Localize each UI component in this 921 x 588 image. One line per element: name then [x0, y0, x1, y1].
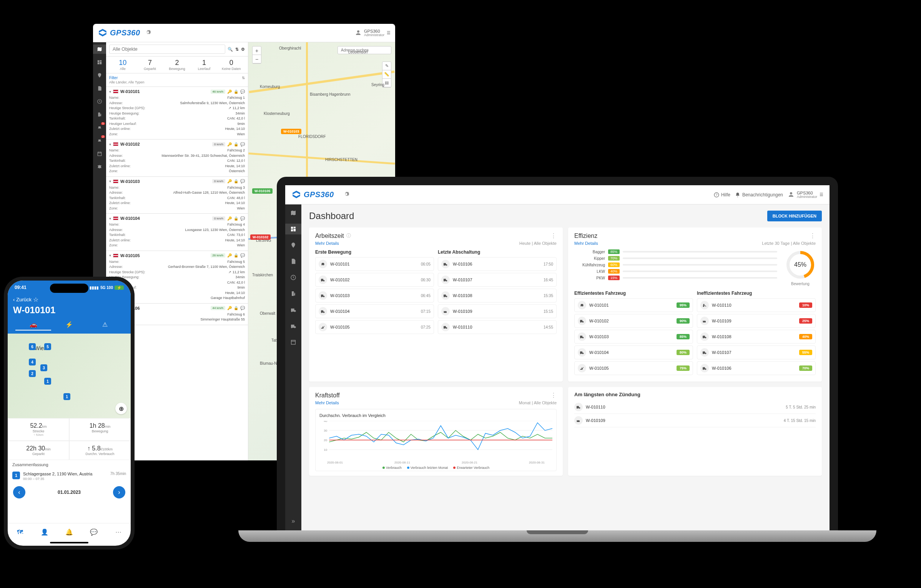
sidebar-location-icon[interactable]: [95, 71, 104, 80]
chevron-down-icon[interactable]: ▾: [109, 216, 111, 221]
sidebar-alerts-1-icon[interactable]: 5: [95, 123, 104, 132]
recenter-button[interactable]: ⊕: [115, 403, 127, 414]
sidebar-truck-icon[interactable]: [288, 321, 299, 331]
chevron-down-icon[interactable]: ▾: [109, 90, 111, 94]
sidebar-alerts-2-icon[interactable]: 2: [95, 136, 104, 145]
hamburger-icon[interactable]: ☰: [820, 192, 823, 197]
more-details-link[interactable]: Mehr Details: [574, 241, 598, 246]
map-pin[interactable]: 2: [29, 370, 36, 377]
next-date-button[interactable]: ›: [113, 486, 125, 498]
panel-menu-icon[interactable]: ⋮: [810, 232, 816, 239]
nav-user-icon[interactable]: 👤: [32, 528, 57, 536]
map-pin[interactable]: 4: [29, 359, 36, 365]
list-item[interactable]: W-010106 17:50: [438, 257, 557, 271]
tab-nodata[interactable]: 0Keine Daten: [218, 59, 245, 71]
sidebar-calendar-icon[interactable]: [95, 149, 104, 158]
map-pin[interactable]: W-010103: [281, 129, 301, 134]
vehicle-card[interactable]: ▾ W-010104 0 km/h 🔑 🔒 💬 Name:Fahrzeug 4 …: [106, 214, 248, 251]
list-item[interactable]: W-010107 16:45: [438, 273, 557, 287]
back-button[interactable]: ‹Zurück☆: [13, 296, 125, 303]
map-pin[interactable]: 6: [29, 343, 36, 350]
panel-filter[interactable]: Monat | Alle Objekte: [519, 400, 557, 405]
map-pin[interactable]: 1: [44, 378, 51, 385]
list-item[interactable]: W-010105 75%: [574, 361, 693, 375]
user-menu[interactable]: GPS360 Administrator ☰: [355, 29, 391, 37]
list-item[interactable]: W-010108 15:35: [438, 289, 557, 302]
add-block-button[interactable]: BLOCK HINZUFÜGEN: [767, 211, 822, 221]
sidebar-fuel-icon[interactable]: [95, 110, 104, 119]
settings-icon[interactable]: [343, 191, 349, 199]
list-item[interactable]: W-010110 14:55: [438, 320, 557, 334]
list-item[interactable]: W-010104 07:15: [315, 304, 434, 318]
vehicle-card[interactable]: ▾ W-010103 0 km/h 🔑 🔒 💬 Name:Fahrzeug 3 …: [106, 177, 248, 214]
chevron-down-icon[interactable]: ▾: [109, 253, 111, 257]
chevron-down-icon[interactable]: ▾: [109, 142, 111, 146]
search-icon[interactable]: 🔍: [228, 47, 233, 52]
panel-filter[interactable]: Letzte 30 Tage | Alle Objekte: [762, 241, 816, 246]
vehicle-search-input[interactable]: [109, 45, 225, 54]
more-details-link[interactable]: Mehr Details: [315, 241, 339, 246]
chat-icon[interactable]: 💬: [240, 90, 245, 94]
list-item[interactable]: W-010104 80%: [574, 345, 693, 359]
sidebar-dashboard-icon[interactable]: [95, 58, 104, 67]
list-item[interactable]: W-010101 06:05: [315, 257, 434, 271]
list-item[interactable]: W-010102 90%: [574, 314, 693, 328]
panel-menu-icon[interactable]: ⋮: [550, 232, 557, 239]
home-indicator[interactable]: [50, 542, 88, 543]
prev-date-button[interactable]: ‹: [13, 486, 25, 498]
sidebar-reports-icon[interactable]: [95, 84, 104, 93]
sidebar-map-icon[interactable]: [288, 208, 299, 218]
tab-all[interactable]: 10Alle: [109, 59, 136, 71]
chevron-down-icon[interactable]: ▾: [109, 179, 111, 183]
tab-vehicle-icon[interactable]: 🚗: [15, 319, 51, 331]
list-item[interactable]: W-010105 07:25: [315, 320, 434, 334]
list-item[interactable]: W-010109 15:15: [438, 304, 557, 318]
list-item[interactable]: W-010101 95%: [574, 298, 693, 312]
list-item[interactable]: W-010110 5 T. 5 Std. 25 min: [574, 400, 816, 414]
vehicle-card[interactable]: ▾ W-010102 0 km/h 🔑 🔒 💬 Name:Fahrzeug 2 …: [106, 140, 248, 177]
map-pin[interactable]: 1: [63, 393, 70, 400]
map-ruler-icon[interactable]: 📏: [382, 70, 391, 79]
filter-icon[interactable]: ⇅: [235, 47, 239, 52]
map-pin[interactable]: 3: [40, 364, 47, 371]
nav-chat-icon[interactable]: 💬: [81, 528, 106, 536]
list-settings-icon[interactable]: ⚙: [241, 47, 245, 52]
settings-icon[interactable]: [145, 29, 151, 37]
sidebar-location-icon[interactable]: [288, 240, 299, 251]
phone-map[interactable]: Wien 6 5 4 3 2 1 1 ⊕: [8, 334, 131, 418]
sidebar-fleet-icon[interactable]: [288, 304, 299, 315]
tab-route-icon[interactable]: ⚡: [51, 319, 87, 331]
zoom-in-button[interactable]: +: [253, 47, 261, 55]
notifications-link[interactable]: Benachrichtigungen: [735, 192, 783, 198]
list-item[interactable]: W-010102 06:30: [315, 273, 434, 287]
map-pin[interactable]: 5: [44, 343, 51, 350]
list-item[interactable]: W-010107 55%: [697, 345, 816, 359]
tab-parked[interactable]: 7Geparkt: [136, 59, 164, 71]
nav-map-icon[interactable]: 🗺: [8, 529, 32, 536]
list-item[interactable]: W-010108 40%: [697, 330, 816, 344]
hamburger-icon[interactable]: ☰: [387, 30, 391, 35]
sidebar-clock-icon[interactable]: [95, 97, 104, 106]
list-item[interactable]: W-010103 06:45: [315, 289, 434, 302]
sidebar-reports-icon[interactable]: [288, 256, 299, 267]
sidebar-dashboard-icon[interactable]: [285, 224, 301, 234]
panel-filter[interactable]: Heute | Alle Objekte: [519, 241, 557, 246]
list-item[interactable]: W-010106 70%: [697, 361, 816, 375]
nav-bell-icon[interactable]: 🔔: [57, 528, 81, 536]
nav-more-icon[interactable]: ⋯: [106, 528, 131, 536]
summary-row[interactable]: 1 Schlagergasse 2, 1190 Wien, Austria00:…: [8, 469, 131, 483]
info-icon[interactable]: ⓘ: [346, 233, 351, 239]
more-details-link[interactable]: Mehr Details: [315, 400, 339, 405]
list-item[interactable]: W-010103 85%: [574, 330, 693, 344]
sidebar-fuel-icon[interactable]: [288, 288, 299, 299]
zoom-out-button[interactable]: −: [253, 55, 261, 63]
sidebar-map-icon[interactable]: [93, 45, 106, 54]
star-icon[interactable]: ☆: [33, 296, 38, 303]
list-item[interactable]: W-010109 25%: [697, 314, 816, 328]
panel-menu-icon[interactable]: ⋮: [550, 392, 557, 399]
map-edit-icon[interactable]: ✎: [382, 62, 391, 70]
filter-row[interactable]: Filter ⇅ Alle Länder, Alle Typen: [106, 73, 248, 87]
chat-icon[interactable]: 💬: [240, 142, 245, 146]
tab-moving[interactable]: 2Bewegung: [163, 59, 191, 71]
vehicle-card[interactable]: ▾ W-010101 46 km/h 🔑 🔒 💬 Name:Fahrzeug 1…: [106, 87, 248, 140]
